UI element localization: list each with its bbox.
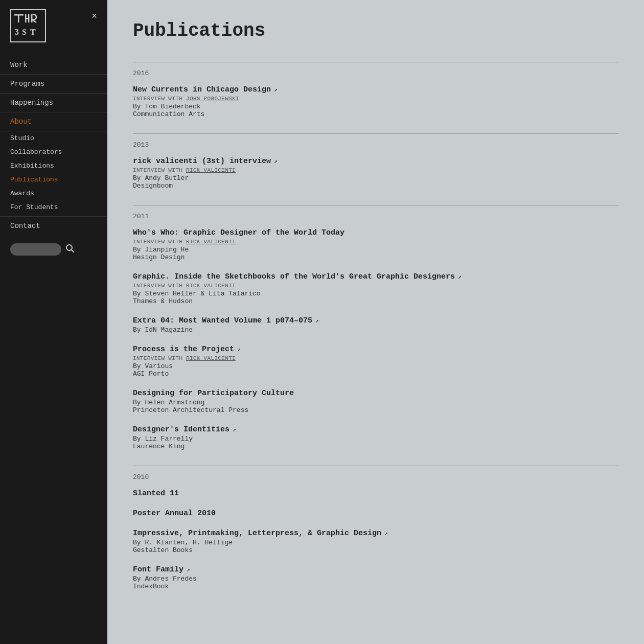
svg-rect-4 — [28, 14, 30, 22]
year-label: 2013 — [133, 141, 618, 149]
external-link-icon: ↗ — [274, 158, 278, 165]
pub-author: By Helen Armstrong — [133, 399, 618, 406]
pub-title[interactable]: New Currents in Chicago Design ↗ — [133, 85, 618, 94]
year-label: 2016 — [133, 70, 618, 77]
pub-entry: Slanted 11 — [133, 489, 618, 498]
pub-entry: Graphic. Inside the Sketchbooks of the W… — [133, 272, 618, 305]
pub-title[interactable]: Impressive, Printmaking, Letterpress, & … — [133, 529, 618, 538]
logo[interactable]: 3 S T — [10, 9, 46, 42]
sidebar-item-studio[interactable]: Studio — [0, 131, 107, 145]
svg-line-10 — [72, 249, 74, 252]
pub-author: By Andres Fredes — [133, 575, 618, 583]
sidebar-item-exhibitions[interactable]: Exhibitions — [0, 159, 107, 173]
pub-publisher: Gestalten Books — [133, 546, 618, 554]
pub-title[interactable]: Designer's Identities ↗ — [133, 425, 618, 434]
pub-title: Slanted 11 — [133, 489, 618, 498]
year-label: 2010 — [133, 473, 618, 481]
sidebar-item-awards[interactable]: Awards — [0, 187, 107, 200]
search-icon[interactable] — [65, 244, 75, 256]
external-link-icon: ↗ — [187, 566, 190, 573]
pub-title[interactable]: Font Family ↗ — [133, 565, 618, 574]
pub-author: By Andy Butler — [133, 174, 618, 182]
external-link-icon: ↗ — [458, 273, 462, 280]
external-link-icon: ↗ — [237, 346, 241, 353]
external-link-icon: ↗ — [233, 426, 236, 433]
interview-name: JOHN POBOJEWSKI — [186, 96, 239, 102]
sidebar-item-collaborators[interactable]: Collaborators — [0, 145, 107, 159]
pub-title[interactable]: Graphic. Inside the Sketchbooks of the W… — [133, 272, 618, 281]
pub-title: Designing for Participatory Culture — [133, 389, 618, 398]
pub-publisher: IndexBook — [133, 583, 618, 590]
year-section-2011: 2011 Who's Who: Graphic Designer of the … — [133, 205, 618, 450]
year-divider — [133, 133, 618, 134]
external-link-icon: ↗ — [315, 317, 319, 324]
pub-interview: INTERVIEW WITH RICK VALICENTI — [133, 355, 618, 361]
pub-entry: Poster Annual 2010 — [133, 509, 618, 518]
year-label: 2011 — [133, 213, 618, 220]
pub-author: By Jianping He — [133, 246, 618, 254]
pub-publisher: Laurence King — [133, 443, 618, 450]
pub-interview: INTERVIEW WITH RICK VALICENTI — [133, 167, 618, 173]
close-icon[interactable]: × — [91, 11, 97, 21]
pub-entry: Designer's Identities ↗ By Liz Farrelly … — [133, 425, 618, 450]
svg-text:T: T — [30, 28, 36, 36]
sidebar-header: 3 S T × — [0, 0, 107, 48]
pub-entry: Font Family ↗ By Andres Fredes IndexBook — [133, 565, 618, 590]
interview-name: RICK VALICENTI — [186, 167, 236, 173]
pub-entry: Impressive, Printmaking, Letterpress, & … — [133, 529, 618, 554]
pub-entry: New Currents in Chicago Design ↗ INTERVI… — [133, 85, 618, 118]
pub-title[interactable]: Extra 04: Most Wanted Volume 1 p074–075 … — [133, 316, 618, 325]
search-input[interactable] — [10, 243, 61, 256]
pub-title[interactable]: Process is the Project ↗ — [133, 345, 618, 354]
external-link-icon: ↗ — [384, 530, 388, 537]
pub-title[interactable]: rick valicenti (3st) interview ↗ — [133, 157, 618, 166]
year-section-2016: 2016 New Currents in Chicago Design ↗ IN… — [133, 62, 618, 118]
pub-interview: INTERVIEW WITH RICK VALICENTI — [133, 239, 618, 245]
sidebar-nav: Work Programs Happenings About Studio Co… — [0, 48, 107, 235]
year-section-2010: 2010 Slanted 11 Poster Annual 2010 Impre… — [133, 466, 618, 590]
pub-title: Poster Annual 2010 — [133, 509, 618, 518]
svg-text:3: 3 — [15, 28, 19, 36]
year-section-2013: 2013 rick valicenti (3st) interview ↗ IN… — [133, 133, 618, 190]
pub-entry: Extra 04: Most Wanted Volume 1 p074–075 … — [133, 316, 618, 334]
pub-author: By Various — [133, 362, 618, 370]
svg-rect-5 — [31, 14, 33, 22]
pub-title: Who's Who: Graphic Designer of the World… — [133, 228, 618, 237]
sidebar-item-for-students[interactable]: For Students — [0, 200, 107, 214]
pub-publisher: Hesign Design — [133, 254, 618, 261]
pub-publisher: Communication Arts — [133, 110, 618, 118]
pub-author: By Steven Heller & Lita Talarico — [133, 290, 618, 297]
sidebar-item-programs[interactable]: Programs — [0, 75, 107, 94]
pub-publisher: Princeton Architectural Press — [133, 406, 618, 414]
sidebar-item-happenings[interactable]: Happenings — [0, 94, 107, 112]
pub-author: By IdN Magazine — [133, 326, 618, 334]
sidebar: 3 S T × Work Programs Happenings About S… — [0, 0, 107, 644]
pub-entry: Who's Who: Graphic Designer of the World… — [133, 228, 618, 261]
pub-author: By R. Klanten, H. Hellige — [133, 539, 618, 546]
interview-name: RICK VALICENTI — [186, 283, 236, 289]
year-divider — [133, 205, 618, 205]
svg-text:S: S — [22, 28, 27, 36]
pub-interview: INTERVIEW WITH RICK VALICENTI — [133, 283, 618, 289]
page-title: Publications — [133, 20, 618, 41]
main-content: Publications 2016 New Currents in Chicag… — [107, 0, 644, 644]
sidebar-item-publications[interactable]: Publications — [0, 173, 107, 187]
pub-entry: Designing for Participatory Culture By H… — [133, 389, 618, 414]
pub-author: By Liz Farrelly — [133, 435, 618, 443]
pub-publisher: Designboom — [133, 182, 618, 190]
year-divider — [133, 62, 618, 62]
pub-author: By Tom Biederbeck — [133, 103, 618, 110]
pub-entry: Process is the Project ↗ INTERVIEW WITH … — [133, 345, 618, 378]
pub-publisher: AGI Porto — [133, 370, 618, 378]
sidebar-item-contact[interactable]: Contact — [0, 216, 107, 235]
pub-publisher: Thames & Hudson — [133, 297, 618, 305]
sidebar-item-about[interactable]: About — [0, 112, 107, 131]
search-area — [0, 235, 107, 264]
pub-interview: INTERVIEW WITH JOHN POBOJEWSKI — [133, 96, 618, 102]
interview-name: RICK VALICENTI — [186, 355, 236, 361]
pub-entry: rick valicenti (3st) interview ↗ INTERVI… — [133, 157, 618, 190]
interview-name: RICK VALICENTI — [186, 239, 236, 245]
external-link-icon: ↗ — [274, 86, 278, 93]
year-divider — [133, 466, 618, 466]
sidebar-item-work[interactable]: Work — [0, 56, 107, 75]
